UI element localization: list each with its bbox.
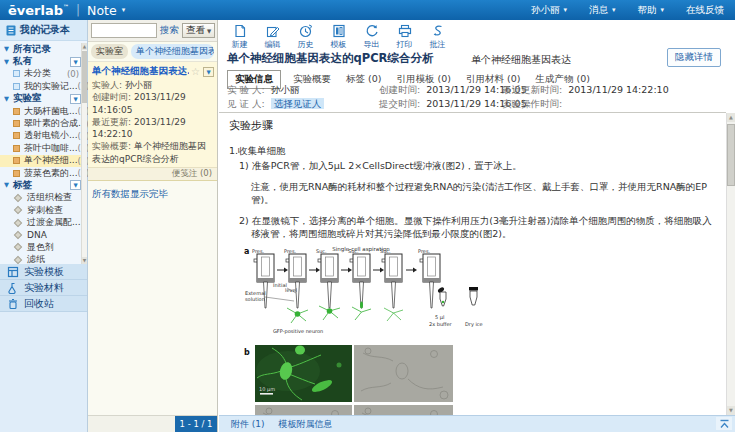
svg-text:GFP-positive neuron: GFP-positive neuron <box>273 328 323 335</box>
template-info-link[interactable]: 模板附属信息 <box>279 418 333 431</box>
tree-tag-4[interactable]: 显色剂 <box>0 241 81 253</box>
triangle-expanded-icon: ▼ <box>4 58 9 66</box>
tag-icon <box>14 256 22 264</box>
tree-item-lab-1[interactable]: 翠叶素的合成... (7) <box>0 117 81 129</box>
list-item-summary: 实验概要: 单个神经细胞基因表达的qPCR综合分析 <box>88 140 217 165</box>
experiment-detail-pane: 新建 编辑 历史 <box>219 20 735 432</box>
list-item-updated: 最近更新: 2013/11/29 14:22:10 <box>88 116 217 141</box>
tag-icon <box>14 243 22 251</box>
tree-tag-1[interactable]: 穿刺检查 <box>0 204 81 216</box>
tree-item-uncategorized[interactable]: 未分类 (0) <box>0 68 81 80</box>
annotate-button[interactable]: 批注 <box>421 22 454 52</box>
edit-button[interactable]: 编辑 <box>256 22 289 52</box>
pagination-indicator[interactable]: 1 - 1 / 1 <box>175 416 217 432</box>
scroll-down-icon[interactable]: ▼ <box>727 406 735 415</box>
app-window: ēverlab™ | Note ▾ 孙小丽▾ 消息▾ 帮助▾ 在线反馈 我的记录… <box>0 0 735 432</box>
sidebar-item-templates[interactable]: 实验模板 <box>0 264 87 280</box>
filter-value-chip[interactable]: 单个神经细胞基因表达 <box>131 44 214 59</box>
scrollbar-thumb[interactable] <box>727 124 735 186</box>
item-dropdown-button[interactable]: ▼ <box>203 67 214 77</box>
dic-pipette-panel-after <box>354 405 453 415</box>
notebook-square-icon <box>13 157 20 164</box>
notebooks-header[interactable]: 我的记录本 <box>0 20 87 41</box>
svg-text:Pres.: Pres. <box>252 248 265 254</box>
step-1-note-text: 注意，使用无RNA酶的耗材和整个过程避免RNA的污染(清洁工作区、戴上手套、口罩… <box>251 180 718 206</box>
dry-ice-tube <box>469 287 478 305</box>
user-menu[interactable]: 孙小丽▾ <box>520 4 578 17</box>
experiment-steps-content: 实验步骤 1.收集单细胞 1) 准备PCR管，加入5μL 2×CellsDire… <box>219 113 726 415</box>
scroll-up-icon[interactable]: ▲ <box>82 43 87 50</box>
sticky-notes-link[interactable]: 便笺注 (0) <box>88 167 217 180</box>
content-scrollbar[interactable]: ▲ ▼ <box>726 113 735 415</box>
tree-section-private[interactable]: ▼ 私有 ▼ <box>0 55 81 67</box>
template-button[interactable]: 模板 <box>322 22 355 52</box>
step-1-1-text: 1) 准备PCR管，加入5μL 2×CellsDirect缓冲液(图2)，置于冰… <box>239 159 718 172</box>
list-item-title[interactable]: 单个神经细胞基因表达... <box>92 65 189 78</box>
product-caret-down-icon[interactable]: ▾ <box>122 6 126 14</box>
product-name: Note <box>87 3 117 18</box>
tree-tag-2[interactable]: 过渡金属配... <box>0 216 81 228</box>
detail-title: 单个神经细胞基因表达的qPCR综合分析 <box>227 51 433 66</box>
detail-footer-bar: 附件 (1) 模板附属信息 <box>219 415 735 432</box>
new-button[interactable]: 新建 <box>223 22 256 52</box>
scroll-up-icon[interactable]: ▲ <box>727 113 735 122</box>
scrollbar-thumb[interactable] <box>82 51 87 103</box>
section-dropdown-button[interactable]: ▼ <box>70 57 81 67</box>
sidebar-item-recycle-bin[interactable]: 回收站 <box>0 296 87 312</box>
favorite-star-icon[interactable]: ☆ <box>191 66 200 77</box>
sidebar-scrollbar[interactable]: ▲ ▼ <box>81 43 87 264</box>
collapse-to-top-button[interactable] <box>716 417 732 430</box>
tree-tag-0[interactable]: 活组织检查 <box>0 192 81 204</box>
tree-tag-3[interactable]: DNA <box>0 229 81 241</box>
notebook-tree: ▼ 所有记录 ▼ 私有 ▼ 未分类 (0) 我的实验记... (1) ▼ 实验室 <box>0 43 81 266</box>
collapse-up-icon <box>719 419 730 429</box>
tree-item-my-experiments[interactable]: 我的实验记... (1) <box>0 80 81 92</box>
notebook-square-icon <box>13 170 20 177</box>
sidebar: 我的记录本 ▼ 所有记录 ▼ 私有 ▼ 未分类 (0) 我的实验记... (1) <box>0 20 88 432</box>
search-button[interactable]: 搜索 <box>160 24 179 37</box>
select-witness-button[interactable]: 选择见证人 <box>271 98 325 109</box>
section-dropdown-button[interactable]: ▼ <box>70 180 81 190</box>
tag-icon <box>14 218 22 226</box>
tree-section-tags[interactable]: ▼ 标签 ▼ <box>0 179 81 191</box>
notebook-square-icon <box>13 108 20 115</box>
info-updated: 最近更新时间: 2013/11/29 14:22:10 <box>502 84 669 97</box>
messages-menu[interactable]: 消息▾ <box>578 4 627 17</box>
caret-down-icon: ▾ <box>563 6 567 14</box>
tree-item-lab-0[interactable]: 大肠杆菌电... (5) <box>0 105 81 117</box>
search-input[interactable] <box>91 23 157 38</box>
list-item-created: 创建时间: 2013/11/29 14:16:05 <box>88 91 217 116</box>
hide-details-button[interactable]: 隐藏详情 <box>667 48 721 67</box>
detail-toolbar: 新建 编辑 历史 <box>223 22 454 52</box>
tree-item-lab-3[interactable]: 茶叶中咖啡... (2) <box>0 142 81 154</box>
section-dropdown-button[interactable]: ▼ <box>70 94 81 104</box>
feedback-link[interactable]: 在线反馈 <box>675 4 735 17</box>
view-dropdown-button[interactable]: 查看 ▼ <box>182 23 215 38</box>
filter-scope-chip[interactable]: 实验室 <box>91 44 128 59</box>
detail-subtitle: 单个神经细胞基因表达 <box>471 53 571 67</box>
tree-section-lab[interactable]: ▼ 实验室 ▼ <box>0 93 81 105</box>
tree-item-lab-2[interactable]: 透射电镜小... (0) <box>0 130 81 142</box>
caret-down-icon: ▾ <box>612 6 616 14</box>
print-button[interactable]: 打印 <box>388 22 421 52</box>
attachments-link[interactable]: 附件 (1) <box>231 418 265 431</box>
help-menu[interactable]: 帮助▾ <box>626 4 675 17</box>
scroll-down-icon[interactable]: ▼ <box>82 257 87 264</box>
top-bar: ēverlab™ | Note ▾ 孙小丽▾ 消息▾ 帮助▾ 在线反馈 <box>0 0 735 20</box>
history-button[interactable]: 历史 <box>289 22 322 52</box>
template-columns-icon <box>332 24 346 38</box>
template-icon <box>7 266 19 278</box>
svg-text:b: b <box>244 348 250 357</box>
svg-text:Suc.: Suc. <box>380 248 391 254</box>
pipette-unit <box>286 254 306 308</box>
export-button[interactable]: 导出 <box>355 22 388 52</box>
tree-item-lab-5[interactable]: 菠菜色素的... (1) <box>0 167 81 179</box>
list-item-owner: 实验人: 孙小丽 <box>88 79 217 91</box>
tree-item-lab-4-selected[interactable]: 单个神经细... (1) <box>0 155 81 167</box>
experiment-list-item-selected[interactable]: 单个神经细胞基因表达... ☆ ▼ 实验人: 孙小丽 创建时间: 2013/11… <box>88 62 217 181</box>
sidebar-footer: 实验模板 实验材料 回收站 <box>0 264 87 432</box>
svg-text:Suc.: Suc. <box>348 248 359 254</box>
gfp-neurons <box>287 302 403 324</box>
sidebar-item-materials[interactable]: 实验材料 <box>0 280 87 296</box>
tree-all-records[interactable]: ▼ 所有记录 <box>0 43 81 55</box>
